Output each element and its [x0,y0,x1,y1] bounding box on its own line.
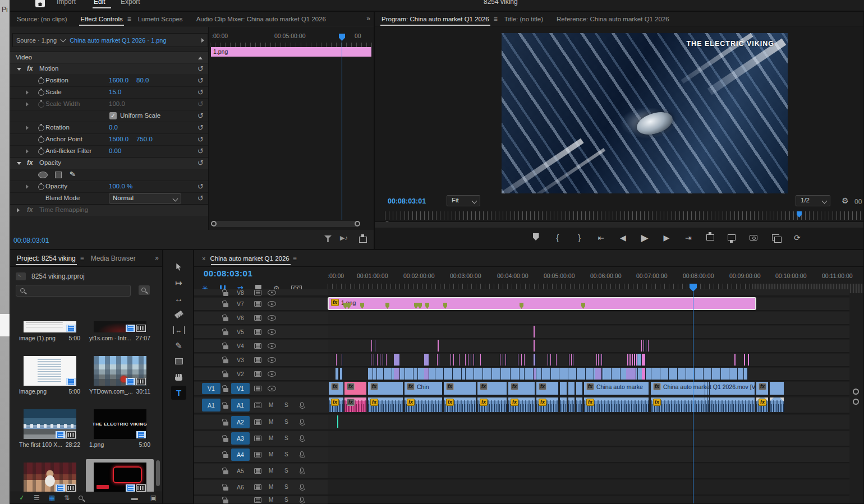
writable-icon[interactable]: ✓ [19,494,25,502]
sync-lock-icon[interactable] [254,329,261,335]
clip-fragment[interactable] [627,354,629,366]
tab-media-browser[interactable]: Media Browser [84,251,143,266]
clip-fragment[interactable] [468,354,469,366]
media-thumbnail[interactable] [24,321,76,332]
clip-fragment[interactable] [534,354,536,366]
solo-icon[interactable]: S [284,402,288,408]
stopwatch-keyframe-icon[interactable] [38,149,44,155]
mini-timeline-ruler[interactable]: :00:00 00:05:00:00 00 [209,33,374,43]
video-clip[interactable] [568,382,575,395]
clip-marker-icon[interactable] [520,303,523,309]
export-frame-icon[interactable] [750,233,757,242]
chevron-right-icon[interactable] [17,208,20,212]
project-item[interactable]: yt1s.com - Intr...27:07 [86,299,154,353]
clip-fragment[interactable] [424,354,429,366]
reset-icon[interactable]: ↺ [197,76,204,85]
param-value[interactable]: 15.0 [109,89,121,95]
clip-fragment[interactable] [632,354,633,366]
export-icon[interactable] [359,237,367,243]
audio-clip[interactable]: fx [508,397,535,412]
tab-program-china-auto-market-q1-2[interactable]: Program: China auto market Q1 2026 [375,12,496,26]
zoom-fit-dropdown[interactable]: Fit [447,195,480,206]
reset-icon[interactable]: ↺ [197,135,204,144]
source-patch[interactable] [202,465,220,477]
mini-playhead-line[interactable] [342,35,342,220]
chevron-right-icon[interactable] [26,102,29,107]
voiceover-record-icon[interactable] [300,468,304,473]
sync-lock-icon[interactable] [254,371,261,377]
source-patch[interactable] [202,448,220,461]
mark-in-icon[interactable]: { [554,233,562,242]
sync-lock-icon[interactable] [254,497,261,503]
clip-fragment[interactable] [371,340,373,352]
sequence-clip-label[interactable]: China auto market Q1 2026 · 1.png [70,37,166,44]
source-patch[interactable] [202,416,220,428]
solo-icon[interactable]: S [284,451,288,457]
video-clip[interactable] [576,382,583,395]
lock-icon[interactable] [223,292,228,296]
video-clip[interactable]: fx [329,382,344,395]
param-value[interactable]: 1500.0 [109,136,128,142]
voiceover-record-icon[interactable] [300,497,304,502]
clip-fragment[interactable] [424,368,429,380]
toggle-track-output-icon[interactable] [268,329,276,335]
clip-fragment[interactable] [646,340,647,352]
lock-icon[interactable] [223,388,228,392]
collapse-icon[interactable] [198,57,203,59]
toggle-track-output-icon[interactable] [268,290,276,295]
track-target-toggle[interactable] [231,497,250,502]
lock-icon[interactable] [223,405,228,409]
solo-icon[interactable]: S [284,497,288,503]
clip-fragment[interactable] [394,368,400,380]
video-clip[interactable] [560,382,567,395]
solo-icon[interactable]: S [284,468,288,474]
toggle-track-output-icon[interactable] [268,371,276,377]
track-target-toggle[interactable]: V8 [231,290,250,294]
clip-marker-icon[interactable] [581,303,585,309]
video-clip[interactable]: fx [477,382,507,395]
tab-lumetri-scopes[interactable]: Lumetri Scopes [131,12,190,26]
search-input[interactable] [16,285,131,297]
clip-fragment[interactable] [342,354,343,366]
track-target-toggle[interactable]: V7 [231,299,250,309]
sync-lock-icon[interactable] [254,386,261,391]
clip-fragment[interactable] [465,354,466,366]
clip-marker-icon[interactable] [347,303,351,309]
new-bin-icon[interactable]: ▣ [150,494,157,501]
sync-lock-icon[interactable] [254,290,261,295]
clip-fragment[interactable] [500,354,501,366]
clip-fragment[interactable] [480,354,481,366]
video-clip[interactable]: fxChina auto market Q1 2026.mov [V] [651,382,755,395]
reset-icon[interactable]: ↺ [197,100,204,109]
clip-fragment[interactable] [601,354,603,366]
clip-fragment[interactable] [524,354,525,366]
audio-clip[interactable]: fx [344,397,367,412]
chevron-down-icon[interactable] [17,162,21,165]
selection-tool[interactable] [171,260,186,274]
play-audio-only-icon[interactable]: ▶♪ [340,234,348,242]
media-thumbnail[interactable] [94,463,146,492]
lock-icon[interactable] [223,317,228,321]
source-patch[interactable] [202,299,220,309]
source-patch[interactable] [202,290,220,294]
project-item[interactable]: THE ELECTRIC VIKING1.png5:00 [86,406,154,459]
sync-lock-icon[interactable] [254,343,261,349]
voiceover-record-icon[interactable] [300,451,304,456]
toggle-track-output-icon[interactable] [268,301,276,307]
voiceover-record-icon[interactable] [300,484,304,489]
clip-fragment[interactable] [550,354,552,366]
video-clip[interactable] [770,382,784,395]
clip-fragment[interactable] [453,354,454,366]
media-thumbnail[interactable] [24,463,76,492]
mute-icon[interactable]: M [269,451,273,457]
stopwatch-keyframe-icon[interactable] [38,78,44,84]
voiceover-record-icon[interactable] [300,419,304,424]
audio-stray-clip[interactable] [337,415,338,428]
track-target-toggle[interactable]: A2 [231,416,250,428]
clip-fragment[interactable] [336,354,337,366]
clip-fragment[interactable] [569,354,570,366]
pen-mask-icon[interactable]: ✎ [69,169,76,178]
lock-icon[interactable] [223,303,228,307]
lock-icon[interactable] [223,345,228,349]
video-clip[interactable]: fxChina auto marke [584,382,649,395]
